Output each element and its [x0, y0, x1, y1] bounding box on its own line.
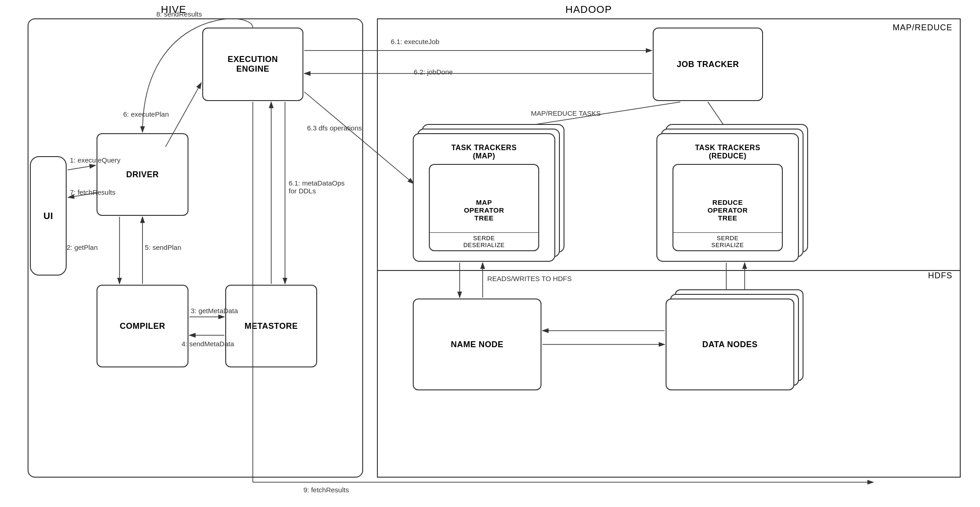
label-dfs-operations: 6.3 dfs operations: [307, 124, 362, 132]
hadoop-label: HADOOP: [565, 4, 612, 16]
compiler-box: COMPILER: [97, 285, 188, 367]
label-metadata-ops: 6.1: metaDataOps for DDLs: [289, 179, 345, 195]
task-map-front: TASK TRACKERS(MAP) MAP OPERATOR TREE SER…: [413, 133, 555, 262]
label-fetch-results-9: 9: fetchResults: [303, 486, 349, 494]
task-trackers-reduce-label: TASK TRACKERS(REDUCE): [695, 144, 760, 160]
task-reduce-front: TASK TRACKERS(REDUCE) REDUCE OPERATOR TR…: [656, 133, 799, 262]
label-send-plan: 5: sendPlan: [145, 243, 181, 251]
execution-engine-label: EXECUTIONENGINE: [228, 55, 278, 74]
label-mapreduce-tasks: MAP/REDUCE TASKS: [531, 109, 601, 117]
label-send-metadata: 4: sendMetaData: [182, 340, 234, 348]
label-job-done: 6.2: jobDone: [414, 68, 453, 76]
label-execute-query: 1: executeQuery: [70, 156, 120, 164]
task-trackers-map-label: TASK TRACKERS(MAP): [451, 144, 517, 160]
map-operator-tree-box: MAP OPERATOR TREE SERDEDESERIALIZE: [429, 164, 539, 251]
label-fetch-results-7: 7: fetchResults: [70, 188, 115, 196]
ui-label: UI: [44, 211, 53, 221]
hdfs-divider: [377, 270, 961, 271]
data-nodes-label: DATA NODES: [702, 340, 758, 349]
label-execute-plan: 6: executePlan: [123, 110, 169, 118]
diagram: HIVE HADOOP MAP/REDUCE HDFS UI DRIVER CO…: [0, 0, 980, 507]
ui-box: UI: [30, 156, 67, 276]
reduce-serde-label: SERDESERIALIZE: [673, 232, 782, 250]
compiler-label: COMPILER: [120, 321, 165, 331]
mapreduce-label: MAP/REDUCE: [893, 23, 952, 33]
map-serde-label: SERDEDESERIALIZE: [430, 232, 538, 250]
job-tracker-box: JOB TRACKER: [653, 28, 763, 101]
label-execute-job: 6.1: executeJob: [391, 38, 439, 45]
reduce-operator-tree-box: REDUCE OPERATOR TREE SERDESERIALIZE: [672, 164, 783, 251]
hdfs-label: HDFS: [928, 271, 952, 281]
label-send-results: 8: sendResults: [156, 10, 202, 18]
metastore-box: METASTORE: [225, 285, 317, 367]
metastore-label: METASTORE: [245, 321, 298, 331]
driver-box: DRIVER: [97, 133, 188, 216]
data-nodes-front: DATA NODES: [666, 299, 794, 390]
name-node-label: NAME NODE: [451, 340, 504, 349]
label-get-plan: 2: getPlan: [67, 243, 98, 251]
execution-engine-box: EXECUTIONENGINE: [202, 28, 303, 101]
name-node-box: NAME NODE: [413, 299, 541, 390]
label-get-metadata: 3: getMetaData: [191, 307, 238, 315]
driver-label: DRIVER: [126, 170, 159, 180]
label-reads-writes: READS/WRITES TO HDFS: [487, 275, 572, 282]
job-tracker-label: JOB TRACKER: [677, 60, 739, 69]
